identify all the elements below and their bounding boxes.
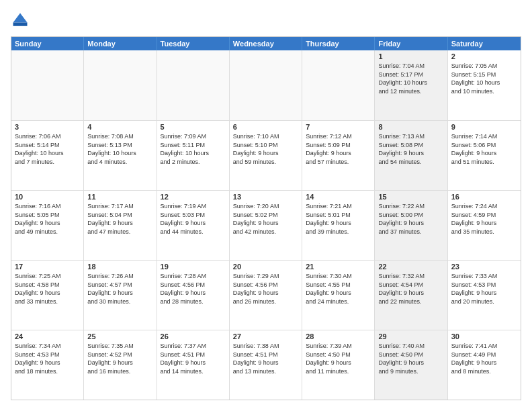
day-number: 8 [378,123,443,131]
day-info: Sunrise: 7:32 AM Sunset: 4:54 PM Dayligh… [378,272,443,306]
day-number: 11 [87,193,152,201]
day-info: Sunrise: 7:09 AM Sunset: 5:11 PM Dayligh… [161,132,226,166]
day-info: Sunrise: 7:30 AM Sunset: 4:55 PM Dayligh… [306,272,371,306]
calendar-cell: 4Sunrise: 7:08 AM Sunset: 5:13 PM Daylig… [84,121,157,190]
day-number: 18 [87,263,152,271]
day-number: 4 [87,123,152,131]
weekday-header: Thursday [302,37,375,50]
calendar-cell [84,50,157,120]
calendar-cell [302,50,375,120]
calendar-row: 10Sunrise: 7:16 AM Sunset: 5:05 PM Dayli… [11,190,521,260]
logo [11,11,32,30]
calendar-header: SundayMondayTuesdayWednesdayThursdayFrid… [11,37,521,50]
day-info: Sunrise: 7:05 AM Sunset: 5:15 PM Dayligh… [451,62,517,95]
day-number: 7 [306,123,371,131]
day-info: Sunrise: 7:22 AM Sunset: 5:00 PM Dayligh… [378,202,443,236]
day-info: Sunrise: 7:26 AM Sunset: 4:57 PM Dayligh… [87,272,152,306]
calendar-cell: 23Sunrise: 7:33 AM Sunset: 4:53 PM Dayli… [448,261,521,330]
weekday-header: Sunday [11,37,84,50]
calendar-cell: 11Sunrise: 7:17 AM Sunset: 5:04 PM Dayli… [84,191,157,260]
calendar-cell: 28Sunrise: 7:39 AM Sunset: 4:50 PM Dayli… [302,330,375,400]
day-info: Sunrise: 7:39 AM Sunset: 4:50 PM Dayligh… [306,342,371,375]
day-info: Sunrise: 7:37 AM Sunset: 4:51 PM Dayligh… [161,342,226,375]
day-info: Sunrise: 7:19 AM Sunset: 5:03 PM Dayligh… [161,202,226,236]
day-info: Sunrise: 7:25 AM Sunset: 4:58 PM Dayligh… [15,272,80,306]
day-info: Sunrise: 7:28 AM Sunset: 4:56 PM Dayligh… [161,272,226,306]
calendar-row: 3Sunrise: 7:06 AM Sunset: 5:14 PM Daylig… [11,120,521,190]
day-info: Sunrise: 7:13 AM Sunset: 5:08 PM Dayligh… [378,132,443,166]
weekday-header: Saturday [448,37,521,50]
day-number: 10 [15,193,80,201]
day-number: 27 [233,332,298,340]
calendar-cell: 6Sunrise: 7:10 AM Sunset: 5:10 PM Daylig… [230,121,302,190]
calendar: SundayMondayTuesdayWednesdayThursdayFrid… [11,36,521,400]
day-info: Sunrise: 7:34 AM Sunset: 4:53 PM Dayligh… [15,342,80,375]
day-info: Sunrise: 7:12 AM Sunset: 5:09 PM Dayligh… [306,132,371,166]
calendar-cell: 27Sunrise: 7:38 AM Sunset: 4:51 PM Dayli… [230,330,302,400]
day-info: Sunrise: 7:04 AM Sunset: 5:17 PM Dayligh… [378,62,443,95]
day-number: 1 [378,52,443,60]
day-number: 30 [451,332,517,340]
calendar-cell: 18Sunrise: 7:26 AM Sunset: 4:57 PM Dayli… [84,261,157,330]
calendar-cell: 2Sunrise: 7:05 AM Sunset: 5:15 PM Daylig… [448,50,521,120]
calendar-cell: 12Sunrise: 7:19 AM Sunset: 5:03 PM Dayli… [157,191,230,260]
calendar-cell: 20Sunrise: 7:29 AM Sunset: 4:56 PM Dayli… [230,261,302,330]
day-info: Sunrise: 7:08 AM Sunset: 5:13 PM Dayligh… [87,132,152,166]
weekday-header: Tuesday [157,37,230,50]
day-info: Sunrise: 7:29 AM Sunset: 4:56 PM Dayligh… [233,272,298,306]
day-number: 25 [87,332,152,340]
day-info: Sunrise: 7:35 AM Sunset: 4:52 PM Dayligh… [87,342,152,375]
calendar-cell: 25Sunrise: 7:35 AM Sunset: 4:52 PM Dayli… [84,330,157,400]
calendar-cell: 29Sunrise: 7:40 AM Sunset: 4:50 PM Dayli… [375,330,447,400]
calendar-cell: 13Sunrise: 7:20 AM Sunset: 5:02 PM Dayli… [230,191,302,260]
day-number: 14 [306,193,371,201]
calendar-cell: 21Sunrise: 7:30 AM Sunset: 4:55 PM Dayli… [302,261,375,330]
calendar-body: 1Sunrise: 7:04 AM Sunset: 5:17 PM Daylig… [11,50,521,400]
calendar-cell: 7Sunrise: 7:12 AM Sunset: 5:09 PM Daylig… [302,121,375,190]
calendar-cell: 17Sunrise: 7:25 AM Sunset: 4:58 PM Dayli… [11,261,84,330]
calendar-cell: 16Sunrise: 7:24 AM Sunset: 4:59 PM Dayli… [448,191,521,260]
svg-marker-0 [13,13,28,23]
day-info: Sunrise: 7:10 AM Sunset: 5:10 PM Dayligh… [233,132,298,166]
weekday-header: Wednesday [230,37,302,50]
weekday-header: Friday [375,37,447,50]
day-number: 20 [233,263,298,271]
day-number: 15 [378,193,443,201]
calendar-row: 17Sunrise: 7:25 AM Sunset: 4:58 PM Dayli… [11,260,521,330]
calendar-cell [11,50,84,120]
day-number: 3 [15,123,80,131]
calendar-cell: 14Sunrise: 7:21 AM Sunset: 5:01 PM Dayli… [302,191,375,260]
calendar-cell: 10Sunrise: 7:16 AM Sunset: 5:05 PM Dayli… [11,191,84,260]
day-number: 5 [161,123,226,131]
page-header [11,11,521,30]
calendar-row: 24Sunrise: 7:34 AM Sunset: 4:53 PM Dayli… [11,330,521,400]
day-info: Sunrise: 7:06 AM Sunset: 5:14 PM Dayligh… [15,132,80,166]
calendar-cell [230,50,302,120]
day-number: 12 [161,193,226,201]
day-info: Sunrise: 7:40 AM Sunset: 4:50 PM Dayligh… [378,342,443,375]
day-number: 13 [233,193,298,201]
day-info: Sunrise: 7:38 AM Sunset: 4:51 PM Dayligh… [233,342,298,375]
calendar-cell: 22Sunrise: 7:32 AM Sunset: 4:54 PM Dayli… [375,261,447,330]
calendar-cell: 26Sunrise: 7:37 AM Sunset: 4:51 PM Dayli… [157,330,230,400]
calendar-cell: 1Sunrise: 7:04 AM Sunset: 5:17 PM Daylig… [375,50,447,120]
calendar-cell: 3Sunrise: 7:06 AM Sunset: 5:14 PM Daylig… [11,121,84,190]
day-number: 6 [233,123,298,131]
day-info: Sunrise: 7:21 AM Sunset: 5:01 PM Dayligh… [306,202,371,236]
calendar-cell: 30Sunrise: 7:41 AM Sunset: 4:49 PM Dayli… [448,330,521,400]
day-number: 22 [378,263,443,271]
day-number: 29 [378,332,443,340]
day-number: 16 [451,193,517,201]
day-number: 17 [15,263,80,271]
calendar-row: 1Sunrise: 7:04 AM Sunset: 5:17 PM Daylig… [11,50,521,120]
calendar-cell: 8Sunrise: 7:13 AM Sunset: 5:08 PM Daylig… [375,121,447,190]
day-number: 28 [306,332,371,340]
day-info: Sunrise: 7:20 AM Sunset: 5:02 PM Dayligh… [233,202,298,236]
calendar-cell [157,50,230,120]
day-info: Sunrise: 7:17 AM Sunset: 5:04 PM Dayligh… [87,202,152,236]
weekday-header: Monday [84,37,157,50]
day-number: 9 [451,123,517,131]
calendar-cell: 15Sunrise: 7:22 AM Sunset: 5:00 PM Dayli… [375,191,447,260]
day-number: 19 [161,263,226,271]
day-number: 2 [451,52,517,60]
